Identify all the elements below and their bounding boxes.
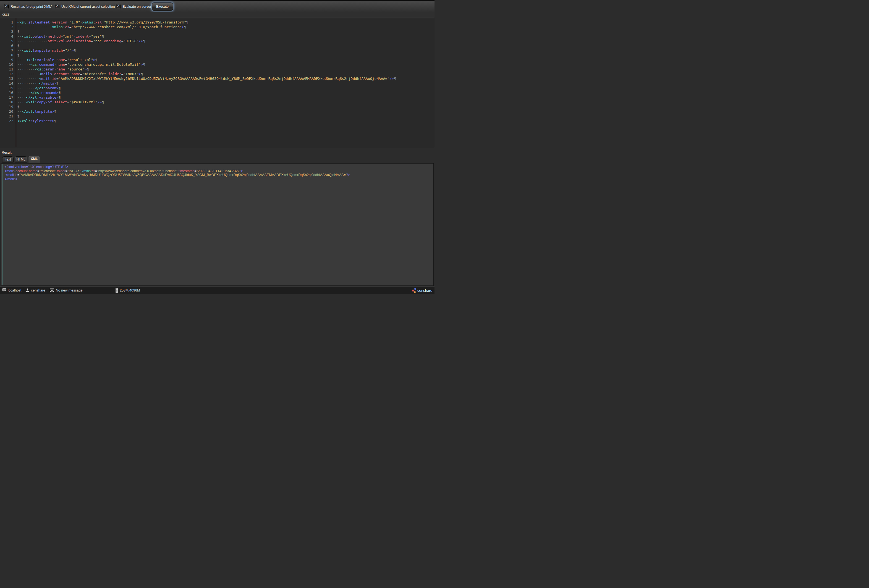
tab-xml[interactable]: XML (28, 156, 40, 163)
code-line-8: 8¶ (0, 53, 434, 58)
execute-button[interactable]: Execute (152, 3, 173, 11)
result-tabs: Text HTML XML (0, 156, 434, 163)
xslt-code-editor[interactable]: 1<xsl:stylesheet·version="1.0"·xmlns:xsl… (0, 18, 434, 147)
code-line-18: 18····<xsl:copy-of·select="$result-xml"/… (0, 100, 434, 104)
status-bar: localhost censhare No new message 253M/4… (0, 286, 434, 294)
checkbox-pretty-print[interactable]: ✓ Result as 'pretty-print XML' (4, 1, 52, 12)
server-icon (2, 288, 6, 292)
result-xml-panel[interactable]: <?xml version="1.0" encoding="UTF-8"?><m… (0, 163, 434, 286)
xslt-section-label: XSLT (1, 13, 9, 16)
checkbox-evaluate-on-server-box[interactable]: ✓ (116, 4, 120, 9)
checkbox-use-xml-selection-label: Use XML of current asset selection (61, 5, 115, 9)
code-line-6: 6¶ (0, 43, 434, 48)
code-line-21: 21¶ (0, 114, 434, 118)
status-message: No new message (50, 289, 83, 292)
status-memory: 253M/4096M (116, 288, 140, 293)
result-section-label: Result: (1, 151, 12, 154)
code-line-17: 17····</xsl:variable>¶ (0, 95, 434, 100)
censhare-brand-text: censhare (417, 289, 432, 293)
result-line-2: <mails account-name="microsoft" folder="… (4, 169, 432, 173)
code-line-5: 5··············omit-xml-declaration="no"… (0, 39, 434, 43)
status-host: localhost (2, 288, 21, 292)
result-line-4: </mails> (4, 177, 432, 181)
checkbox-checked-icon: ✓ (56, 4, 59, 8)
code-line-16: 16······</cs:command>¶ (0, 90, 434, 95)
censhare-xslt-console: { "toolbar": { "checkboxes": [ {"label":… (0, 0, 434, 294)
result-line-1: <?xml version="1.0" encoding="UTF-8"?> (4, 165, 432, 169)
code-line-10: 10······<cs:command·name="com.censhare.a… (0, 62, 434, 67)
censhare-logo-icon (412, 288, 417, 293)
xslt-section-header: XSLT (0, 12, 434, 18)
code-line-2: 2················xmlns:cs="http://www.ce… (0, 25, 434, 29)
checkbox-checked-icon: ✓ (5, 4, 8, 8)
code-line-20: 20··</xsl:template>¶ (0, 109, 434, 114)
checkbox-checked-icon: ✓ (117, 4, 120, 8)
code-line-22: 22</xsl:stylesheet>¶ (0, 118, 434, 123)
code-line-7: 7··<xsl:template·match="/">¶ (0, 48, 434, 53)
status-memory-label: 253M/4096M (120, 289, 140, 292)
censhare-brand: censhare (412, 287, 432, 294)
tab-text[interactable]: Text (2, 156, 13, 163)
code-line-3: 3¶ (0, 29, 434, 34)
checkbox-evaluate-on-server-label: Evaluate on server (122, 5, 151, 9)
user-icon (26, 288, 29, 292)
status-message-label: No new message (56, 289, 83, 292)
checkbox-use-xml-selection[interactable]: ✓ Use XML of current asset selection (55, 1, 115, 12)
checkbox-evaluate-on-server[interactable]: ✓ Evaluate on server (116, 1, 151, 12)
status-user-label: censhare (31, 289, 45, 292)
code-line-1: 1<xsl:stylesheet·version="1.0"·xmlns:xsl… (0, 20, 434, 25)
code-line-12: 12··········<mails·account-name="microso… (0, 71, 434, 76)
checkbox-use-xml-selection-box[interactable]: ✓ (55, 4, 59, 9)
code-line-19: 19¶ (0, 104, 434, 109)
code-line-11: 11········<cs:param·name="source">¶ (0, 67, 434, 71)
code-line-14: 14··········</mails>¶ (0, 81, 434, 86)
status-host-label: localhost (8, 289, 21, 292)
checkbox-pretty-print-label: Result as 'pretty-print XML' (10, 5, 52, 9)
memory-icon (116, 288, 118, 293)
tab-html[interactable]: HTML (15, 156, 27, 163)
code-line-15: 15········</cs:param>¶ (0, 86, 434, 90)
xslt-code-lines: 1<xsl:stylesheet·version="1.0"·xmlns:xsl… (0, 20, 434, 123)
result-xml-lines: <?xml version="1.0" encoding="UTF-8"?><m… (4, 165, 432, 181)
code-line-9: 9····<xsl:variable·name="result-xml">¶ (0, 58, 434, 62)
toolbar: ✓ Result as 'pretty-print XML' ✓ Use XML… (0, 1, 434, 12)
status-user: censhare (26, 288, 45, 292)
code-line-13: 13··········<mail·id="AAMkADRkNDM1Y2IxLW… (0, 76, 434, 81)
checkbox-pretty-print-box[interactable]: ✓ (4, 4, 9, 9)
result-margin-line (3, 164, 3, 285)
envelope-icon (50, 289, 54, 292)
result-line-3: <mail id="AAMkADRkNDM1Y2IxLWY1MWYtNDAwNy… (4, 173, 432, 177)
code-line-4: 4··<xsl:output·method="xml"·indent="yes"… (0, 34, 434, 39)
